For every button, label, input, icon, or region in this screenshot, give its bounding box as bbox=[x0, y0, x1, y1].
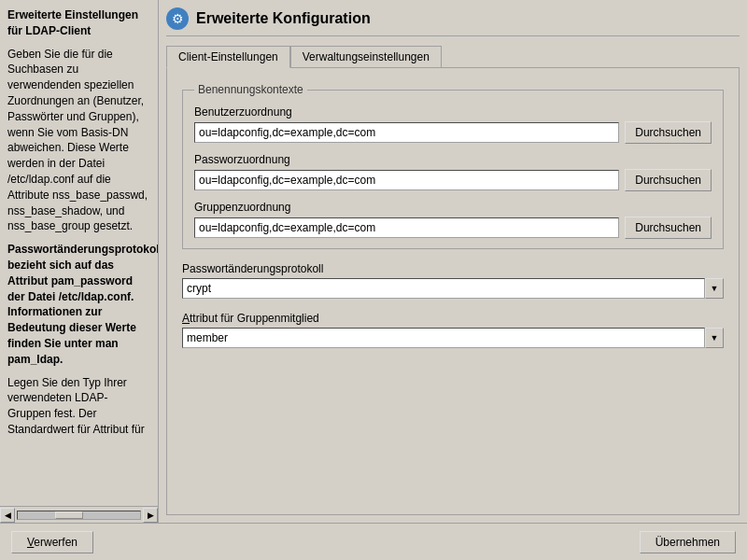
page-title: Erweiterte Konfiguration bbox=[196, 10, 371, 27]
sidebar: Erweiterte Einstellungen für LDAP-Client… bbox=[0, 0, 159, 523]
pwd-change-input[interactable] bbox=[182, 278, 705, 299]
sidebar-text-pwd: Passwortänderungsprotokoll bezieht sich … bbox=[7, 243, 158, 366]
sidebar-text-search: Geben Sie die für die Suchbasen zu verwe… bbox=[7, 47, 150, 235]
user-mapping-input-row: Durchsuchen bbox=[194, 121, 712, 144]
sidebar-scrollbar: ◀ ▶ bbox=[0, 506, 158, 523]
pwd-change-label: Passwortänderungsprotokoll bbox=[182, 262, 724, 275]
bottom-bar: Verwerfen Übernehmen bbox=[0, 523, 747, 560]
content-panel: ⚙ Erweiterte Konfiguration Client-Einste… bbox=[159, 0, 747, 523]
scrollbar-track[interactable] bbox=[17, 511, 141, 520]
apply-label: Übernehmen bbox=[655, 536, 720, 549]
password-browse-button[interactable]: Durchsuchen bbox=[625, 169, 712, 191]
gear-icon: ⚙ bbox=[172, 11, 184, 26]
user-mapping-input[interactable] bbox=[194, 122, 619, 143]
group-attr-group: Attribut für Gruppenmitglied ▼ bbox=[182, 312, 724, 348]
tabs-container: Client-Einstellungen Verwaltungseinstell… bbox=[166, 46, 740, 68]
tab-admin-settings[interactable]: Verwaltungseinstellungen bbox=[290, 46, 442, 68]
naming-contexts-legend: Benennungskontexte bbox=[194, 83, 307, 96]
password-mapping-input[interactable] bbox=[194, 170, 619, 190]
sidebar-content: Erweiterte Einstellungen für LDAP-Client… bbox=[0, 0, 158, 506]
password-mapping-row: Passworzuordnung Durchsuchen bbox=[194, 153, 712, 191]
scrollbar-thumb[interactable] bbox=[55, 511, 83, 519]
group-attr-select-row: ▼ bbox=[182, 328, 724, 348]
password-mapping-label: Passworzuordnung bbox=[194, 153, 712, 166]
group-attr-dropdown-btn[interactable]: ▼ bbox=[705, 328, 724, 348]
scroll-left-btn[interactable]: ◀ bbox=[0, 508, 15, 523]
discard-button[interactable]: Verwerfen bbox=[11, 531, 93, 553]
password-mapping-input-row: Durchsuchen bbox=[194, 169, 712, 191]
panel-icon: ⚙ bbox=[166, 7, 189, 30]
user-mapping-label: Benutzerzuordnung bbox=[194, 105, 712, 119]
group-attr-input[interactable] bbox=[182, 328, 705, 348]
tab-content: Benennungskontexte Benutzerzuordnung Dur… bbox=[166, 67, 740, 515]
sidebar-text-group: Legen Sie den Typ Ihrer verwendeten LDAP… bbox=[7, 375, 150, 438]
group-mapping-input-row: Durchsuchen bbox=[194, 217, 712, 239]
tab-client-settings[interactable]: Client-Einstellungen bbox=[166, 46, 290, 68]
panel-header: ⚙ Erweiterte Konfiguration bbox=[166, 7, 740, 36]
group-mapping-label: Gruppenzuordnung bbox=[194, 201, 712, 214]
apply-button[interactable]: Übernehmen bbox=[640, 531, 736, 553]
pwd-change-group: Passwortänderungsprotokoll ▼ bbox=[182, 262, 724, 299]
group-mapping-input[interactable] bbox=[194, 217, 619, 238]
pwd-change-select-row: ▼ bbox=[182, 278, 724, 299]
group-mapping-row: Gruppenzuordnung Durchsuchen bbox=[194, 201, 712, 239]
scroll-right-btn[interactable]: ▶ bbox=[143, 508, 158, 523]
discard-label-rest: erwerfen bbox=[34, 536, 78, 549]
group-attr-label-rest: ttribut für Gruppenmitglied bbox=[190, 312, 319, 325]
group-attr-label: Attribut für Gruppenmitglied bbox=[182, 312, 724, 325]
pwd-change-dropdown-btn[interactable]: ▼ bbox=[705, 278, 724, 299]
user-browse-button[interactable]: Durchsuchen bbox=[625, 121, 712, 144]
user-mapping-row: Benutzerzuordnung Durchsuchen bbox=[194, 105, 712, 144]
sidebar-title: Erweiterte Einstellungen für LDAP-Client bbox=[7, 8, 138, 37]
group-attr-label-underline: A bbox=[182, 312, 190, 325]
naming-contexts-group: Benennungskontexte Benutzerzuordnung Dur… bbox=[182, 83, 724, 249]
group-browse-button[interactable]: Durchsuchen bbox=[625, 217, 712, 239]
